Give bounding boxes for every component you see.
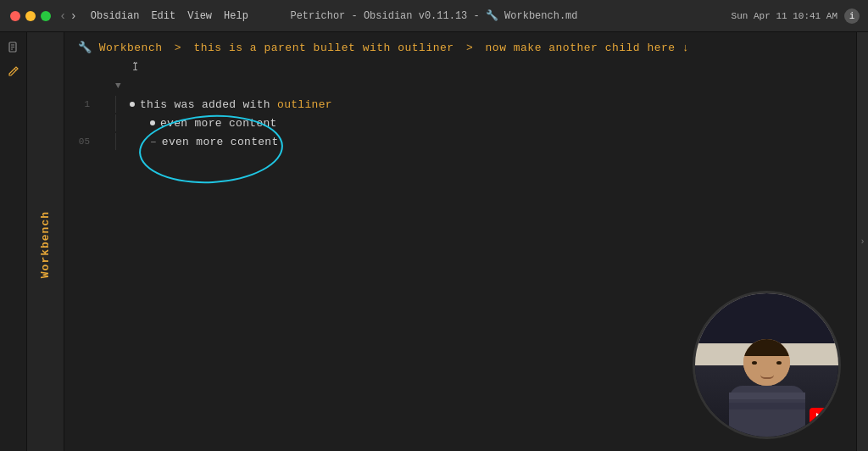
line-number-3: 05 bbox=[64, 136, 98, 147]
workbench-tab[interactable]: Workbench bbox=[27, 39, 64, 451]
info-button[interactable]: i bbox=[844, 8, 860, 24]
mouth bbox=[760, 375, 774, 379]
left-eye bbox=[752, 361, 757, 365]
indent-guide-2 bbox=[115, 114, 116, 131]
window-title: Petrichor - Obsidian v0.11.13 - 🔧 Workbe… bbox=[290, 9, 577, 22]
person-silhouette bbox=[729, 339, 805, 437]
editor-area[interactable]: 🔧 Workbench > this is a parent bullet wi… bbox=[64, 32, 856, 451]
breadcrumb-part-2[interactable]: this is a parent bullet with outliner bbox=[193, 42, 453, 54]
breadcrumb-icon: 🔧 bbox=[78, 42, 92, 54]
line-text-2: even more content bbox=[160, 117, 277, 130]
titlebar-right: Sun Apr 11 10:41 AM i bbox=[732, 8, 868, 24]
workbench-label: Workbench bbox=[39, 211, 52, 278]
menu-help[interactable]: Help bbox=[224, 10, 248, 22]
left-ribbon bbox=[0, 32, 27, 451]
editor-line-3: 05 – even more content bbox=[64, 132, 856, 151]
breadcrumb-arrow-1: > bbox=[175, 42, 189, 54]
collapse-indicator[interactable]: ▼ bbox=[115, 81, 121, 91]
back-button[interactable]: ‹ bbox=[59, 9, 66, 23]
webcam-overlay bbox=[693, 291, 841, 439]
person-head bbox=[743, 339, 790, 386]
play-button[interactable] bbox=[810, 408, 830, 428]
indent-guide-3 bbox=[115, 133, 116, 150]
editor-lines[interactable]: ▼ 1 this was added with outliner bbox=[64, 76, 856, 151]
person-body bbox=[729, 386, 805, 437]
editor-line-2: even more content bbox=[64, 114, 856, 132]
breadcrumb-part-3[interactable]: now make another child here ↓ bbox=[486, 42, 690, 54]
line-number-1: 1 bbox=[64, 99, 98, 109]
cursor-text: Ï bbox=[132, 62, 138, 74]
webcam-inner bbox=[695, 293, 838, 437]
right-panel-toggle[interactable]: › bbox=[856, 32, 868, 451]
app-layout: Workbench 🔧 Workbench > this is a parent… bbox=[0, 32, 868, 451]
menu-bar: Obsidian Edit View Help bbox=[77, 10, 248, 22]
shirt-stripe-1 bbox=[729, 393, 805, 399]
bullet-icon bbox=[130, 102, 135, 107]
right-eye bbox=[776, 361, 782, 365]
fullscreen-button[interactable] bbox=[41, 11, 51, 21]
forward-button[interactable]: › bbox=[70, 9, 76, 23]
right-toggle-arrow-icon: › bbox=[860, 237, 865, 247]
breadcrumb: 🔧 Workbench > this is a parent bullet wi… bbox=[64, 32, 856, 59]
person-hair bbox=[743, 339, 790, 356]
ribbon-edit-icon[interactable] bbox=[3, 61, 24, 81]
dark-background bbox=[695, 293, 838, 343]
line-text-3: even more content bbox=[162, 136, 279, 148]
svg-line-4 bbox=[14, 69, 16, 70]
dash-icon: – bbox=[150, 136, 157, 148]
breadcrumb-part-1[interactable]: Workbench bbox=[99, 42, 163, 54]
menu-obsidian[interactable]: Obsidian bbox=[91, 10, 140, 22]
nav-arrows: ‹ › bbox=[59, 9, 77, 23]
editor-line-collapse: ▼ bbox=[64, 76, 856, 95]
minimize-button[interactable] bbox=[25, 11, 36, 21]
line-text-1: this was added with outliner bbox=[140, 98, 332, 111]
menu-view[interactable]: View bbox=[187, 10, 212, 22]
sidebar: Workbench bbox=[27, 32, 64, 451]
keyword-outliner: outliner bbox=[277, 98, 332, 111]
editor-line-1: 1 this was added with outliner bbox=[64, 95, 856, 114]
close-button[interactable] bbox=[10, 11, 20, 21]
bullet-icon-2 bbox=[150, 120, 155, 125]
cursor-position-line: Ï bbox=[64, 59, 856, 76]
play-triangle-icon bbox=[816, 413, 825, 423]
shirt-stripe-2 bbox=[729, 403, 805, 409]
titlebar: ‹ › Obsidian Edit View Help Petrichor - … bbox=[0, 0, 868, 32]
ribbon-file-icon[interactable] bbox=[3, 37, 24, 58]
system-info: Sun Apr 11 10:41 AM bbox=[732, 11, 837, 21]
traffic-lights bbox=[0, 11, 51, 21]
person-face bbox=[743, 356, 790, 386]
indent-guide bbox=[115, 96, 116, 113]
menu-edit[interactable]: Edit bbox=[151, 10, 175, 22]
breadcrumb-arrow-2: > bbox=[466, 42, 481, 54]
